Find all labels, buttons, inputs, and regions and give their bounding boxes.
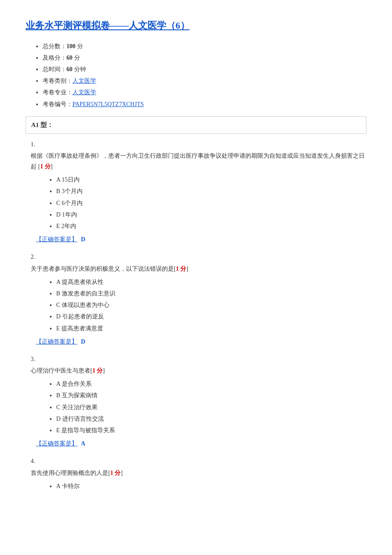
option-item: E 提高患者满意度 [56, 323, 366, 334]
option-item: A 卡特尔 [56, 481, 366, 491]
question-2-options: A 提高患者依从性 B 激发患者的自主意识 C 体现以患者为中心 D 引起患者的… [31, 277, 366, 334]
question-3-options: A 是合作关系 B 互为探索病情 C 关注治疗效果 D 进行语言性交流 E 是指… [31, 379, 366, 436]
option-item: D 1年内 [56, 209, 366, 220]
meta-paper-major: 考卷专业：人文医学 [43, 87, 366, 98]
option-item: C 6个月内 [56, 198, 366, 208]
option-item: B 3个月内 [56, 186, 366, 197]
question-4-options: A 卡特尔 [31, 481, 366, 491]
option-item: A 提高患者依从性 [56, 277, 366, 287]
meta-paper-code: 考卷编号：PAPER5N7L5QTZ7XCHJTS [43, 99, 366, 110]
option-item: C 体现以患者为中心 [56, 300, 366, 310]
meta-total-score: 总分数：100 分 [43, 41, 366, 52]
option-item: A 是合作关系 [56, 379, 366, 389]
option-item: E 2年内 [56, 221, 366, 231]
question-2-number: 2. [31, 251, 366, 262]
question-4-text: 首先使用心理测验概念的人是[1 分] [31, 468, 366, 478]
question-1-number: 1. [31, 139, 366, 150]
section-box: A1 型： [26, 116, 366, 134]
option-item: C 关注治疗效果 [56, 402, 366, 413]
question-4-score: 1 分 [110, 470, 121, 476]
option-item: B 互为探索病情 [56, 390, 366, 401]
question-4-number: 4. [31, 456, 366, 466]
section-title: A1 型： [31, 121, 53, 128]
option-item: A 15日内 [56, 174, 366, 185]
question-2-answer: 【正确答案是】D [31, 336, 366, 347]
page-title: 业务水平测评模拟卷——人文医学（6） [26, 17, 366, 34]
question-3-answer: 【正确答案是】A [31, 438, 366, 449]
question-1-score: 1 分 [40, 163, 51, 170]
question-1-options: A 15日内 B 3个月内 C 6个月内 D 1年内 E 2年内 [31, 174, 366, 231]
question-1: 1. 根据《医疗事故处理条例》，患者一方向卫生行政部门提出医疗事故争议处理申请的… [26, 139, 366, 245]
question-1-text: 根据《医疗事故处理条例》，患者一方向卫生行政部门提出医疗事故争议处理申请的期限为… [31, 150, 366, 172]
question-2: 2. 关于患者参与医疗决策的积极意义，以下说法错误的是[1 分] A 提高患者依… [26, 251, 366, 347]
question-3-score: 1 分 [92, 367, 103, 374]
question-3: 3. 心理治疗中医生与患者[1 分] A 是合作关系 B 互为探索病情 C 关注… [26, 354, 366, 449]
question-2-score: 1 分 [176, 266, 187, 272]
question-4: 4. 首先使用心理测验概念的人是[1 分] A 卡特尔 [26, 456, 366, 491]
option-item: D 进行语言性交流 [56, 413, 366, 424]
question-3-text: 心理治疗中医生与患者[1 分] [31, 365, 366, 376]
meta-total-time: 总时间：60 分钟 [43, 64, 366, 75]
question-1-answer: 【正确答案是】D [31, 234, 366, 245]
meta-info-list: 总分数：100 分 及格分：60 分 总时间：60 分钟 考卷类别：人文医学 考… [26, 41, 366, 110]
question-2-text: 关于患者参与医疗决策的积极意义，以下说法错误的是[1 分] [31, 263, 366, 274]
option-item: B 激发患者的自主意识 [56, 288, 366, 299]
meta-paper-type: 考卷类别：人文医学 [43, 75, 366, 86]
meta-pass-score: 及格分：60 分 [43, 52, 366, 63]
option-item: D 引起患者的逆反 [56, 311, 366, 322]
option-item: E 是指导与被指导关系 [56, 425, 366, 436]
question-3-number: 3. [31, 354, 366, 364]
